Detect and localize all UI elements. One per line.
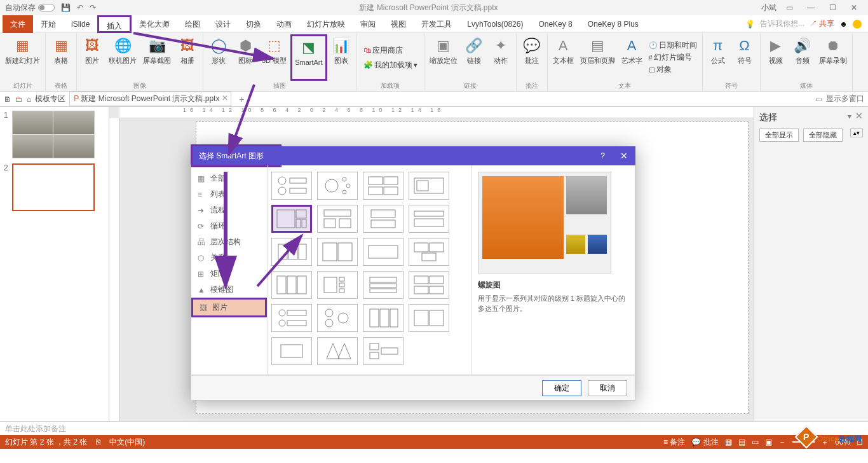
comment-button[interactable]: 💬批注	[519, 34, 545, 81]
layout-item[interactable]	[271, 172, 312, 200]
layout-item[interactable]	[409, 304, 449, 332]
my-addins-button[interactable]: 🧩我的加载项 ▾	[362, 60, 419, 71]
minimize-icon[interactable]: —	[802, 3, 820, 12]
ok-button[interactable]: 确定	[542, 380, 581, 396]
share-button[interactable]: ↗ 共享	[810, 18, 834, 29]
layout-item[interactable]	[317, 172, 358, 200]
notes-area[interactable]: 单击此处添加备注	[0, 421, 868, 435]
header-footer-button[interactable]: ▤页眉和页脚	[578, 34, 618, 81]
tab-islide[interactable]: iSlide	[64, 15, 97, 33]
audio-button[interactable]: 🔊音频	[790, 34, 815, 81]
close-tab-icon[interactable]: ✕	[222, 93, 228, 102]
object-button[interactable]: ▢对象	[648, 64, 698, 75]
layout-item[interactable]	[317, 271, 358, 299]
smiley-icon[interactable]	[853, 20, 862, 29]
symbol-button[interactable]: Ω符号	[732, 34, 757, 81]
table-button[interactable]: ▦表格	[48, 34, 74, 81]
screenshot-button[interactable]: 📷屏幕截图	[140, 34, 173, 81]
tab-slideshow[interactable]: 幻灯片放映	[299, 15, 353, 33]
tab-design[interactable]: 设计	[208, 15, 238, 33]
spellcheck-icon[interactable]: ⎘	[96, 438, 100, 446]
save-icon[interactable]: 💾	[61, 3, 71, 12]
template-zone[interactable]: 模板专区	[35, 93, 65, 104]
screen-recording-button[interactable]: ⏺屏幕录制	[817, 34, 850, 81]
online-picture-button[interactable]: 🌐联机图片	[106, 34, 139, 81]
cancel-button[interactable]: 取消	[588, 380, 627, 396]
layout-item[interactable]	[317, 238, 358, 266]
sorter-view-icon[interactable]: ▤	[738, 438, 745, 446]
layout-item[interactable]	[409, 238, 449, 266]
layout-item[interactable]	[363, 238, 403, 266]
layout-item[interactable]	[409, 205, 449, 233]
layout-item[interactable]	[317, 337, 358, 365]
slide-thumb-1[interactable]: 1	[4, 111, 105, 158]
toggle-switch-icon[interactable]	[38, 4, 55, 11]
chart-button[interactable]: 📊图表	[329, 34, 354, 81]
datetime-button[interactable]: 🕐日期和时间	[648, 40, 698, 51]
layout-item[interactable]	[317, 205, 358, 233]
slide-thumb-2[interactable]: 2	[4, 163, 105, 211]
dropdown-icon[interactable]: ▾	[848, 112, 851, 121]
cat-cycle[interactable]: ⟳循环	[191, 218, 267, 234]
file-icon[interactable]: 🗎	[4, 95, 11, 104]
zoom-button[interactable]: ▣缩放定位	[427, 34, 460, 81]
new-tab-icon[interactable]: +	[239, 94, 244, 104]
normal-view-icon[interactable]: ▦	[725, 438, 732, 446]
layout-item[interactable]	[409, 271, 449, 299]
layout-item[interactable]	[271, 238, 312, 266]
layout-item[interactable]	[363, 271, 403, 299]
video-button[interactable]: ▶视频	[763, 34, 789, 81]
layout-item[interactable]	[363, 337, 403, 365]
language-indicator[interactable]: 中文(中国)	[109, 437, 145, 448]
reorder-up-icon[interactable]: ▴▾	[850, 128, 863, 137]
close-icon[interactable]: ✕	[845, 3, 863, 12]
document-tab[interactable]: P 新建 Microsoft PowerPoint 演示文稿.pptx ✕	[69, 92, 231, 106]
feedback-icon[interactable]: ☻	[839, 20, 848, 29]
dialog-close-icon[interactable]: ✕	[613, 151, 635, 161]
tab-lvyhtools[interactable]: LvyhTools(0826)	[459, 15, 531, 33]
notes-button[interactable]: ≡ 备注	[663, 437, 685, 448]
comments-button[interactable]: 💬 批注	[691, 437, 718, 448]
icons-button[interactable]: ⬢图标	[233, 34, 258, 81]
hide-all-button[interactable]: 全部隐藏	[803, 128, 843, 142]
textbox-button[interactable]: A文本框	[550, 34, 576, 81]
redo-icon[interactable]: ↷	[90, 3, 96, 12]
autosave-toggle[interactable]: 自动保存	[5, 3, 55, 13]
tab-onekey8plus[interactable]: OneKey 8 Plus	[580, 15, 646, 33]
show-all-button[interactable]: 全部显示	[759, 128, 799, 142]
tab-review[interactable]: 审阅	[353, 15, 383, 33]
slide-number-button[interactable]: #幻灯片编号	[648, 52, 698, 63]
action-button[interactable]: ✦动作	[488, 34, 513, 81]
store-button[interactable]: 🛍应用商店	[362, 45, 404, 56]
smartart-button[interactable]: ⬔SmartArt	[290, 34, 327, 81]
cat-picture[interactable]: 🖼图片	[191, 298, 267, 317]
layout-item[interactable]	[363, 205, 403, 233]
dialog-help-icon[interactable]: ?	[593, 151, 613, 160]
new-slide-button[interactable]: ▦新建幻灯片	[3, 34, 43, 81]
folder-icon[interactable]: 🗀	[15, 95, 23, 104]
close-pane-icon[interactable]: ✕	[855, 111, 863, 121]
zoom-out-icon[interactable]: －	[778, 437, 786, 448]
cat-hierarchy[interactable]: 品层次结构	[191, 234, 267, 250]
cat-matrix[interactable]: ⊞矩阵	[191, 266, 267, 282]
layout-item[interactable]	[271, 337, 312, 365]
tab-view[interactable]: 视图	[383, 15, 414, 33]
tell-me-input[interactable]: 告诉我你想...	[760, 18, 804, 29]
cat-pyramid[interactable]: ▲棱锥图	[191, 282, 267, 298]
maximize-icon[interactable]: ☐	[824, 3, 841, 12]
tab-file[interactable]: 文件	[3, 15, 33, 33]
layout-item[interactable]	[409, 172, 449, 200]
cat-relationship[interactable]: ⬡关系	[191, 250, 267, 266]
tab-insert[interactable]: 插入	[97, 15, 132, 33]
layout-item[interactable]	[363, 172, 403, 200]
album-button[interactable]: 🖼相册	[175, 34, 200, 81]
cat-process[interactable]: ➜流程	[191, 202, 267, 218]
tab-draw[interactable]: 绘图	[177, 15, 208, 33]
equation-button[interactable]: π公式	[705, 34, 731, 81]
tab-developer[interactable]: 开发工具	[414, 15, 459, 33]
wordart-button[interactable]: A艺术字	[619, 34, 645, 81]
undo-icon[interactable]: ↶	[77, 3, 83, 12]
tab-onekey8[interactable]: OneKey 8	[531, 15, 580, 33]
tab-transition[interactable]: 切换	[238, 15, 269, 33]
3d-model-button[interactable]: ⬚3D 模型	[259, 34, 289, 81]
